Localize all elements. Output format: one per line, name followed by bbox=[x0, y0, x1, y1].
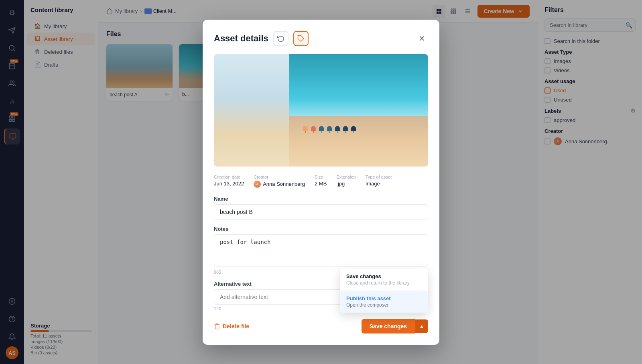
name-label: Name bbox=[214, 196, 428, 202]
meta-type: Type of asset Image bbox=[366, 175, 392, 188]
beach-left-panel bbox=[214, 54, 289, 167]
save-dropdown: Save changes Close and return to the lib… bbox=[340, 268, 428, 313]
save-dropdown-publish-item[interactable]: Publish this asset Open the composer bbox=[340, 291, 428, 313]
beach-image bbox=[214, 54, 428, 167]
umbrella-1 bbox=[303, 126, 308, 131]
history-button[interactable] bbox=[273, 31, 288, 46]
name-input[interactable] bbox=[214, 204, 428, 220]
save-dropdown-save-title: Save changes bbox=[346, 273, 422, 279]
save-dropdown-save-item[interactable]: Save changes Close and return to the lib… bbox=[340, 268, 428, 291]
modal-close-button[interactable]: ✕ bbox=[415, 32, 428, 45]
metadata-row: Creation date Jun 13, 2022 Creator A Ann… bbox=[214, 175, 428, 188]
creator-value: A Anna Sonnenberg bbox=[254, 181, 305, 188]
meta-creator: Creator A Anna Sonnenberg bbox=[254, 175, 305, 188]
asset-details-modal: Asset details ✕ bbox=[203, 20, 439, 345]
modal-overlay: Asset details ✕ bbox=[0, 0, 642, 364]
tag-button[interactable] bbox=[293, 31, 309, 46]
sea-waves bbox=[289, 100, 428, 116]
meta-extension: Extension .jpg bbox=[336, 175, 356, 188]
sea-section bbox=[289, 54, 428, 116]
beach-right-panel bbox=[289, 54, 428, 167]
umbrella-7 bbox=[351, 126, 356, 131]
asset-image-preview bbox=[214, 54, 428, 167]
save-dropdown-publish-title: Publish this asset bbox=[346, 295, 422, 301]
save-dropdown-toggle[interactable]: ▲ bbox=[415, 319, 428, 333]
notes-label: Notes bbox=[214, 226, 428, 232]
save-dropdown-save-subtitle: Close and return to the library bbox=[346, 280, 422, 286]
umbrella-5 bbox=[335, 126, 340, 131]
notes-textarea[interactable]: post for launch bbox=[214, 234, 428, 266]
modal-header: Asset details ✕ bbox=[214, 31, 428, 46]
sand-section bbox=[289, 116, 428, 167]
creator-avatar-sm: A bbox=[254, 181, 261, 188]
beach-umbrellas bbox=[303, 126, 356, 131]
umbrella-2 bbox=[311, 126, 316, 131]
save-changes-button[interactable]: Save changes bbox=[362, 319, 415, 333]
umbrella-3 bbox=[319, 126, 324, 131]
save-dropdown-publish-subtitle: Open the composer bbox=[346, 302, 422, 308]
meta-size: Size 2 MB bbox=[315, 175, 327, 188]
save-button-group: Save changes ▲ Save changes Close and re… bbox=[362, 319, 428, 333]
modal-footer: Delete file Save changes ▲ Save changes … bbox=[214, 319, 428, 333]
delete-file-button[interactable]: Delete file bbox=[214, 323, 249, 329]
umbrella-4 bbox=[327, 126, 332, 131]
modal-title: Asset details bbox=[214, 33, 268, 44]
meta-creation-date: Creation date Jun 13, 2022 bbox=[214, 175, 244, 188]
umbrella-6 bbox=[343, 126, 348, 131]
